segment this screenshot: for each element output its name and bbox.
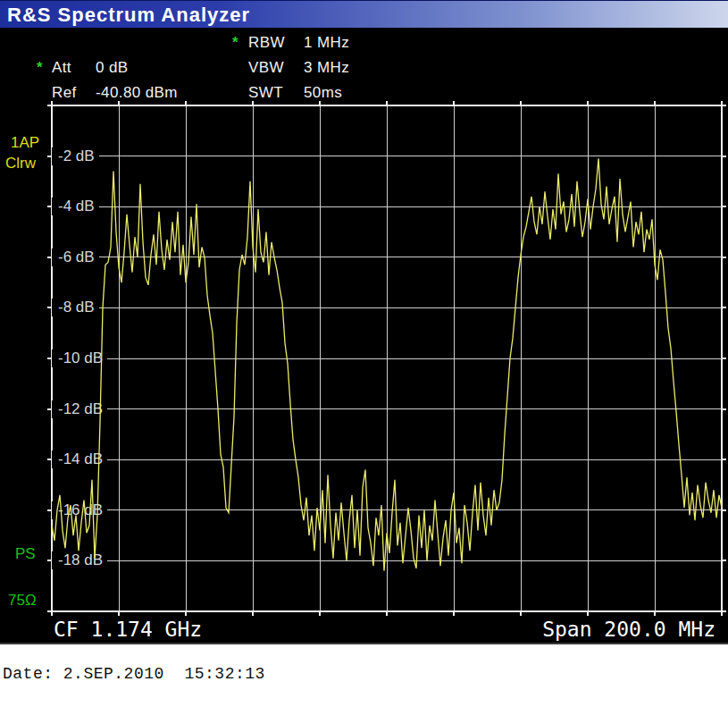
- trace-plot-area: -2 dB-4 dB-6 dB-8 dB-10 dB-12 dB-14 dB-1…: [52, 105, 722, 611]
- trace-mode-label-clrw: Clrw: [5, 155, 36, 173]
- rbw-value: 1 MHz: [304, 34, 349, 52]
- footer-bar: CF 1.174 GHz Span 200.0 MHz: [0, 615, 728, 643]
- vbw-label: VBW: [248, 59, 284, 77]
- impedance-indicator: 75Ω: [8, 592, 37, 610]
- header-row-1: * RBW 1 MHz: [0, 34, 728, 52]
- swt-label: SWT: [248, 84, 283, 102]
- rbw-modified-asterisk: *: [232, 34, 238, 52]
- title-bar: R&S Spectrum Analyzer: [0, 0, 728, 28]
- header-row-2: * Att 0 dB VBW 3 MHz: [0, 59, 728, 77]
- ref-value: -40.80 dBm: [96, 84, 178, 102]
- att-value: 0 dB: [96, 59, 129, 77]
- instrument-screen: R&S Spectrum Analyzer * RBW 1 MHz * Att …: [0, 0, 728, 644]
- spectrum-trace: [52, 158, 722, 570]
- spectrum-analyzer-screenshot: R&S Spectrum Analyzer * RBW 1 MHz * Att …: [0, 0, 728, 707]
- swt-value: 50ms: [304, 84, 342, 102]
- app-title: R&S Spectrum Analyzer: [7, 4, 250, 27]
- ps-indicator: PS: [15, 545, 36, 563]
- date-timestamp: Date: 2.SEP.2010 15:32:13: [3, 665, 265, 683]
- header-row-3: Ref -40.80 dBm SWT 50ms: [0, 84, 728, 102]
- att-label: Att: [52, 59, 71, 77]
- att-modified-asterisk: *: [37, 59, 43, 77]
- rbw-label: RBW: [248, 34, 285, 52]
- trace-mode-label-1ap: 1AP: [11, 134, 39, 152]
- ref-label: Ref: [52, 84, 77, 102]
- span-readout: Span 200.0 MHz: [542, 618, 715, 641]
- vbw-value: 3 MHz: [304, 59, 349, 77]
- center-frequency-readout: CF 1.174 GHz: [54, 618, 202, 641]
- trace-svg: [47, 101, 726, 616]
